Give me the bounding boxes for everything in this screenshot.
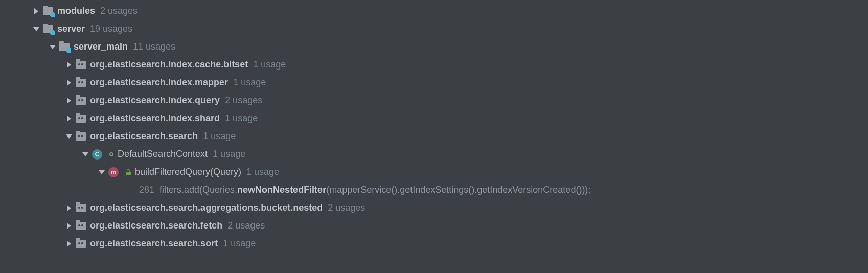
chevron-down-icon[interactable]: [98, 169, 105, 176]
class-icon: C: [92, 149, 102, 160]
chevron-right-icon[interactable]: [65, 79, 73, 86]
usage-count: 1 usage: [253, 59, 286, 70]
class-label: DefaultSearchContext: [118, 149, 208, 160]
usage-count: 1 usage: [225, 113, 258, 124]
source-folder-icon: [59, 43, 70, 51]
chevron-right-icon[interactable]: [33, 8, 40, 15]
usage-count: 2 usages: [100, 6, 138, 16]
method-icon: m: [108, 167, 119, 177]
package-label: org.elasticsearch.index.mapper: [90, 77, 228, 88]
usage-count: 1 usage: [223, 238, 256, 249]
tree-row-pkg-fetch[interactable]: org.elasticsearch.search.fetch 2 usages: [0, 217, 868, 235]
line-number: 281: [139, 185, 154, 195]
package-icon: [76, 132, 86, 141]
tree-row-pkg-shard[interactable]: org.elasticsearch.index.shard 1 usage: [0, 109, 868, 127]
usage-count: 1 usage: [213, 149, 245, 160]
package-icon: [76, 115, 86, 123]
module-label: server: [57, 24, 85, 34]
tree-row-class-dsc[interactable]: C DefaultSearchContext 1 usage: [0, 145, 868, 163]
tree-row-server[interactable]: server 19 usages: [0, 20, 868, 38]
tree-row-pkg-agg-nested[interactable]: org.elasticsearch.search.aggregations.bu…: [0, 199, 868, 217]
chevron-down-icon[interactable]: [82, 151, 89, 158]
package-label: org.elasticsearch.index.shard: [90, 113, 220, 124]
chevron-right-icon[interactable]: [65, 240, 73, 247]
package-icon: [76, 222, 86, 230]
source-folder-label: server_main: [74, 41, 128, 52]
package-icon: [76, 204, 86, 212]
package-icon: [76, 240, 86, 248]
tree-row-pkg-query[interactable]: org.elasticsearch.index.query 2 usages: [0, 92, 868, 109]
usage-count: 2 usages: [328, 202, 365, 213]
chevron-right-icon[interactable]: [65, 97, 73, 104]
usage-count: 2 usages: [227, 220, 265, 231]
module-label: modules: [57, 6, 95, 16]
package-icon: [76, 79, 86, 87]
package-icon: [76, 61, 86, 69]
chevron-down-icon[interactable]: [49, 43, 56, 51]
modifier-icon: [109, 152, 113, 156]
usage-count: 19 usages: [90, 24, 132, 34]
module-folder-icon: [43, 7, 53, 15]
tree-row-server-main[interactable]: server_main 11 usages: [0, 38, 868, 56]
package-label: org.elasticsearch.index.query: [90, 95, 220, 106]
package-label: org.elasticsearch.search.fetch: [90, 220, 222, 231]
usage-count: 1 usage: [233, 77, 266, 88]
usage-count: 1 usage: [203, 131, 236, 142]
tree-row-method-bfq[interactable]: m buildFilteredQuery(Query) 1 usage: [0, 163, 868, 181]
module-folder-icon: [43, 25, 53, 33]
package-label: org.elasticsearch.search.aggregations.bu…: [90, 202, 323, 213]
code-highlight: newNonNestedFilter: [237, 185, 326, 195]
visibility-icon: [126, 169, 131, 175]
package-label: org.elasticsearch.index.cache.bitset: [90, 59, 248, 70]
package-icon: [76, 97, 86, 105]
tree-row-pkg-bitset[interactable]: org.elasticsearch.index.cache.bitset 1 u…: [0, 56, 868, 74]
code-snippet: filters.add(Queries.newNonNestedFilter(m…: [159, 185, 590, 195]
usage-count: 1 usage: [246, 167, 279, 177]
usage-count: 2 usages: [225, 95, 262, 106]
chevron-right-icon[interactable]: [65, 222, 73, 230]
chevron-right-icon[interactable]: [65, 204, 73, 212]
tree-row-pkg-mapper[interactable]: org.elasticsearch.index.mapper 1 usage: [0, 74, 868, 92]
package-label: org.elasticsearch.search: [90, 131, 198, 142]
tree-row-modules[interactable]: modules 2 usages: [0, 2, 868, 20]
chevron-right-icon[interactable]: [65, 115, 73, 122]
tree-row-pkg-search[interactable]: org.elasticsearch.search 1 usage: [0, 127, 868, 145]
chevron-down-icon[interactable]: [65, 133, 73, 140]
tree-row-usage-result[interactable]: 281 filters.add(Queries.newNonNestedFilt…: [0, 181, 868, 199]
code-suffix: (mapperService().getIndexSettings().getI…: [326, 185, 590, 195]
code-prefix: filters.add(Queries.: [159, 185, 237, 195]
chevron-down-icon[interactable]: [33, 26, 40, 33]
method-label: buildFilteredQuery(Query): [135, 167, 241, 177]
usage-count: 11 usages: [133, 41, 175, 52]
chevron-right-icon[interactable]: [65, 61, 73, 69]
package-label: org.elasticsearch.search.sort: [90, 238, 218, 249]
tree-row-pkg-sort[interactable]: org.elasticsearch.search.sort 1 usage: [0, 235, 868, 253]
